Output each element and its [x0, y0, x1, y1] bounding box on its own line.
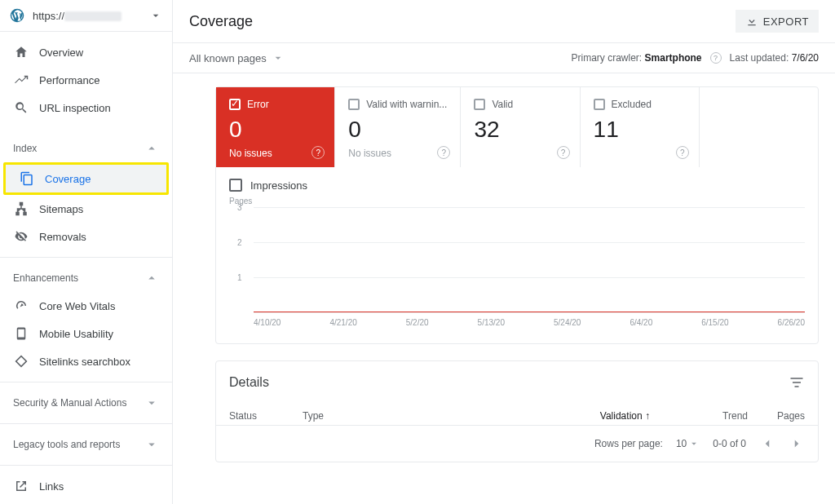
chevron-up-icon — [144, 141, 159, 156]
crawler-label: Primary crawler: Smartphone — [572, 52, 702, 64]
sidebar-item-label: Performance — [39, 74, 99, 86]
rows-per-page-label: Rows per page: — [594, 438, 663, 449]
topbar: Coverage EXPORT — [173, 0, 835, 43]
col-status[interactable]: Status — [229, 410, 303, 422]
help-icon[interactable]: ? — [557, 146, 570, 159]
chevron-up-icon — [144, 271, 159, 285]
chart-line-error — [254, 312, 805, 312]
filter-dropdown[interactable]: All known pages — [189, 51, 285, 64]
chevron-down-icon — [144, 437, 159, 452]
caret-down-icon — [272, 51, 285, 64]
impressions-toggle[interactable]: Impressions — [229, 179, 805, 192]
details-footer: Rows per page: 10 0-0 of 0 — [216, 426, 818, 462]
col-pages[interactable]: Pages — [748, 410, 805, 422]
sidebar-item-label: Sitelinks searchbox — [39, 356, 130, 368]
sidebar-item-label: Coverage — [45, 173, 91, 185]
nav-section-bottom: Links Settings — [0, 466, 172, 504]
sidebar-item-sitelinks-searchbox[interactable]: Sitelinks searchbox — [0, 347, 172, 375]
sidebar-item-label: Mobile Usability — [39, 328, 113, 340]
speed-icon — [13, 298, 29, 313]
home-icon — [13, 45, 29, 60]
caret-down-icon — [688, 438, 700, 449]
details-columns: Status Type Validation ↑ Trend Pages — [216, 404, 818, 426]
help-icon[interactable]: ? — [710, 52, 722, 64]
pagination-range: 0-0 of 0 — [713, 438, 746, 449]
sidebar-item-label: Core Web Vitals — [39, 300, 115, 312]
sitemap-icon — [13, 201, 29, 216]
rows-per-page-select[interactable]: 10 — [676, 438, 700, 449]
sidebar-item-mobile-usability[interactable]: Mobile Usability — [0, 320, 172, 347]
sidebar-item-sitemaps[interactable]: Sitemaps — [0, 195, 172, 223]
col-type[interactable]: Type — [303, 410, 552, 422]
filter-bar: All known pages Primary crawler: Smartph… — [173, 43, 835, 73]
nav-section-index: Index Coverage Sitemaps Removals — [0, 128, 172, 258]
chart-y-title: Pages — [229, 197, 805, 206]
sidebar-item-overview[interactable]: Overview — [0, 38, 172, 66]
page-title: Coverage — [189, 13, 736, 30]
chart-area: Impressions Pages 3 2 1 4/10/20 4/21/20 … — [216, 167, 818, 343]
col-validation[interactable]: Validation ↑ — [552, 410, 650, 422]
status-tiles: Error 0 No issues ? Valid with warnin...… — [216, 87, 818, 167]
next-page-button[interactable] — [789, 435, 805, 452]
details-card: Details Status Type Validation ↑ Trend P… — [215, 360, 819, 462]
checkbox-icon — [348, 99, 360, 110]
prev-page-button[interactable] — [759, 435, 775, 452]
last-updated: Last updated: 7/6/20 — [730, 52, 819, 64]
help-icon[interactable]: ? — [676, 146, 689, 159]
search-icon — [13, 100, 29, 115]
checkbox-icon — [594, 99, 605, 110]
trend-icon — [13, 73, 29, 87]
sidebar-item-label: Sitemaps — [39, 203, 83, 215]
filter-icon[interactable] — [789, 374, 805, 391]
sidebar-item-links[interactable]: Links — [0, 472, 172, 500]
nav-section-enhancements: Enhancements Core Web Vitals Mobile Usab… — [0, 258, 172, 382]
chevron-down-icon — [144, 396, 159, 410]
property-selector[interactable]: https:// — [0, 0, 172, 32]
nav-header-index[interactable]: Index — [0, 135, 172, 162]
visibility-off-icon — [13, 229, 29, 244]
property-url: https:// — [33, 10, 149, 22]
coverage-card: Error 0 No issues ? Valid with warnin...… — [215, 86, 819, 344]
sidebar-item-label: Overview — [39, 46, 83, 59]
col-trend[interactable]: Trend — [650, 410, 748, 422]
tile-valid[interactable]: Valid 32 ? — [461, 87, 580, 167]
smartphone-icon — [13, 326, 29, 341]
sidebar-item-label: URL inspection — [39, 102, 111, 114]
diamond-icon — [13, 354, 29, 369]
wordpress-icon — [10, 8, 24, 23]
nav-section-security: Security & Manual Actions — [0, 382, 172, 424]
main: Coverage EXPORT All known pages Primary … — [173, 0, 835, 504]
nav-section-legacy: Legacy tools and reports — [0, 424, 172, 466]
nav-header-security[interactable]: Security & Manual Actions — [0, 389, 172, 417]
export-button[interactable]: EXPORT — [736, 10, 819, 33]
help-icon[interactable]: ? — [437, 146, 450, 159]
tile-excluded[interactable]: Excluded 11 ? — [581, 87, 700, 167]
nav-section-top: Overview Performance URL inspection — [0, 32, 172, 128]
copy-icon — [19, 171, 35, 186]
download-icon — [745, 15, 758, 28]
sidebar-item-coverage[interactable]: Coverage — [6, 165, 166, 192]
sidebar-item-removals[interactable]: Removals — [0, 223, 172, 250]
nav-header-legacy[interactable]: Legacy tools and reports — [0, 431, 172, 458]
caret-down-icon — [149, 9, 162, 22]
sidebar-item-performance[interactable]: Performance — [0, 66, 172, 94]
chart-x-axis: 4/10/20 4/21/20 5/2/20 5/13/20 5/24/20 6… — [254, 318, 805, 327]
sidebar-item-url-inspection[interactable]: URL inspection — [0, 94, 172, 122]
checkbox-icon — [229, 99, 241, 110]
sidebar: https:// Overview Performance URL inspec… — [0, 0, 173, 504]
sidebar-item-core-web-vitals[interactable]: Core Web Vitals — [0, 292, 172, 320]
help-icon[interactable]: ? — [311, 146, 325, 159]
sidebar-item-settings[interactable]: Settings — [0, 500, 172, 504]
tile-valid-warnings[interactable]: Valid with warnin... 0 No issues ? — [335, 87, 461, 167]
tile-error[interactable]: Error 0 No issues ? — [216, 87, 335, 167]
details-title: Details — [229, 375, 789, 390]
link-icon — [13, 479, 29, 493]
sidebar-item-label: Removals — [39, 231, 86, 243]
nav-header-enhancements[interactable]: Enhancements — [0, 264, 172, 292]
sidebar-item-label: Links — [39, 480, 64, 493]
checkbox-icon — [229, 179, 242, 192]
checkbox-icon — [474, 99, 485, 110]
coverage-chart: 3 2 1 — [237, 207, 805, 313]
